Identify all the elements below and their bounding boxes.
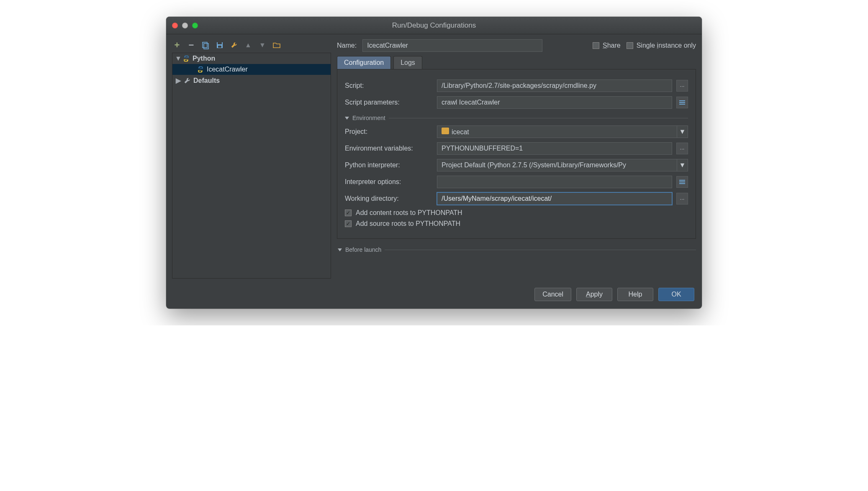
dialog-button-bar: Cancel ApplyApply Help OK	[166, 279, 702, 309]
interp-options-input[interactable]	[437, 176, 672, 188]
name-input[interactable]	[362, 39, 542, 52]
svg-rect-10	[679, 183, 685, 184]
move-up-icon[interactable]: ▲	[244, 41, 252, 49]
svg-rect-8	[679, 180, 685, 181]
before-launch-section-header[interactable]: Before launch	[337, 246, 696, 253]
script-params-input[interactable]	[437, 96, 672, 109]
wrench-icon	[183, 77, 191, 84]
script-input[interactable]	[437, 79, 672, 92]
workdir-label: Working directory:	[345, 195, 433, 202]
collapse-icon	[345, 117, 349, 120]
browse-workdir-button[interactable]: ···	[676, 193, 688, 205]
help-button[interactable]: Help	[617, 288, 653, 301]
project-value: icecat	[452, 128, 469, 136]
interp-options-label: Interpreter options:	[345, 178, 433, 186]
titlebar: Run/Debug Configurations	[166, 17, 702, 34]
tab-configuration[interactable]: Configuration	[337, 56, 391, 69]
maximize-icon[interactable]	[192, 23, 198, 28]
before-launch-label: Before launch	[345, 246, 381, 253]
edit-defaults-icon[interactable]	[230, 41, 238, 49]
checkbox-icon	[345, 210, 352, 216]
checkbox-icon	[627, 42, 633, 49]
collapse-icon	[338, 248, 342, 251]
copy-config-icon[interactable]	[201, 41, 210, 49]
svg-rect-0	[203, 42, 207, 48]
workdir-input[interactable]	[437, 192, 672, 205]
add-source-roots-label: Add source roots to PYTHONPATH	[356, 220, 460, 228]
envvars-label: Environment variables:	[345, 145, 433, 152]
python-icon	[197, 66, 204, 73]
tabs: Configuration Logs	[337, 56, 696, 69]
expand-params-button[interactable]	[676, 97, 688, 108]
minimize-icon[interactable]	[182, 23, 188, 28]
config-toolbar: + − ▲ ▼	[172, 39, 331, 53]
move-down-icon[interactable]: ▼	[258, 41, 267, 49]
close-icon[interactable]	[172, 23, 178, 28]
name-label: Name:	[337, 42, 357, 49]
single-instance-checkbox[interactable]: Single instance onlySingle instance only	[627, 42, 696, 49]
checkbox-icon	[345, 220, 352, 227]
main-panel: Name: SSharehare Single instance onlySin…	[337, 39, 696, 279]
share-checkbox[interactable]: SSharehare	[593, 42, 621, 49]
svg-rect-3	[218, 42, 222, 44]
interpreter-select[interactable]: Project Default (Python 2.7.5 (/System/L…	[437, 159, 688, 171]
add-content-roots-label: Add content roots to PYTHONPATH	[356, 209, 462, 217]
tree-node-icecatcrawler[interactable]: IcecatCrawler	[172, 64, 331, 75]
add-content-roots-checkbox[interactable]: Add content roots to PYTHONPATH	[345, 209, 688, 217]
expand-icon: ▶	[176, 77, 181, 84]
environment-section-header[interactable]: Environment	[345, 115, 688, 121]
ok-button[interactable]: OK	[658, 288, 694, 301]
config-tree[interactable]: ▼ Python IcecatCrawler ▶ Defaults	[172, 53, 331, 279]
add-source-roots-checkbox[interactable]: Add source roots to PYTHONPATH	[345, 220, 688, 228]
collapse-icon: ▼	[175, 55, 180, 62]
expand-interp-options-button[interactable]	[676, 176, 688, 188]
add-config-icon[interactable]: +	[173, 41, 181, 49]
sidebar: + − ▲ ▼ ▼	[172, 39, 331, 279]
svg-rect-1	[204, 43, 208, 49]
svg-rect-5	[679, 100, 685, 101]
tree-label: Defaults	[193, 77, 220, 84]
browse-script-button[interactable]: ···	[676, 80, 688, 92]
project-label: Project:	[345, 128, 433, 136]
configuration-panel: Script: ··· Script parameters: Environme…	[337, 69, 696, 239]
cancel-button[interactable]: Cancel	[534, 288, 571, 301]
svg-rect-6	[679, 102, 685, 103]
apply-button[interactable]: ApplyApply	[576, 288, 612, 301]
save-config-icon[interactable]	[216, 41, 224, 49]
traffic-lights	[166, 23, 198, 28]
chevron-down-icon: ▼	[677, 159, 688, 171]
remove-config-icon[interactable]: −	[187, 41, 195, 49]
project-icon	[442, 128, 449, 134]
envvars-input[interactable]	[437, 142, 672, 155]
browse-envvars-button[interactable]: ···	[676, 143, 688, 154]
dialog-window: Run/Debug Configurations + − ▲ ▼	[166, 17, 702, 309]
tree-label: Python	[193, 55, 215, 62]
svg-rect-7	[679, 104, 685, 105]
tree-node-python[interactable]: ▼ Python	[172, 53, 331, 64]
interpreter-value: Project Default (Python 2.7.5 (/System/L…	[437, 161, 677, 169]
single-instance-label: Single instance onlySingle instance only	[637, 42, 696, 49]
script-label: Script:	[345, 82, 433, 90]
share-label: SSharehare	[603, 42, 621, 49]
environment-label: Environment	[352, 115, 385, 121]
svg-rect-9	[679, 182, 685, 182]
python-icon	[182, 55, 190, 62]
svg-rect-4	[218, 46, 221, 48]
checkbox-icon	[593, 42, 599, 49]
chevron-down-icon: ▼	[677, 126, 688, 138]
folder-icon[interactable]	[272, 41, 281, 49]
script-params-label: Script parameters:	[345, 99, 433, 106]
tab-logs[interactable]: Logs	[393, 56, 422, 69]
project-select[interactable]: icecat ▼	[437, 125, 688, 138]
interpreter-label: Python interpreter:	[345, 161, 433, 169]
tree-node-defaults[interactable]: ▶ Defaults	[172, 75, 331, 86]
window-title: Run/Debug Configurations	[166, 21, 702, 30]
tree-label: IcecatCrawler	[207, 66, 248, 73]
